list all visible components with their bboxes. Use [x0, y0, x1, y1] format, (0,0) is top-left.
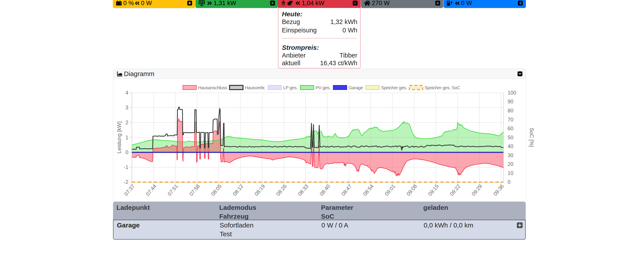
svg-text:0: 0 [125, 150, 128, 155]
svg-text:08:19: 08:19 [253, 183, 266, 197]
svg-text:09:15: 09:15 [427, 183, 440, 197]
svg-text:4: 4 [125, 90, 128, 96]
svg-text:PV ges.: PV ges. [316, 85, 330, 90]
svg-text:08:12: 08:12 [232, 183, 244, 197]
svg-text:08:33: 08:33 [297, 183, 310, 197]
svg-text:30: 30 [508, 152, 513, 158]
svg-text:07:44: 07:44 [145, 183, 158, 197]
svg-text:Speicher ges. SoC: Speicher ges. SoC [424, 85, 460, 90]
svg-text:40: 40 [508, 144, 513, 149]
svg-text:2: 2 [125, 120, 128, 126]
svg-text:07:51: 07:51 [166, 183, 179, 197]
svg-text:08:05: 08:05 [210, 183, 223, 197]
svg-text:-2: -2 [124, 179, 128, 185]
svg-text:0: 0 [508, 179, 510, 185]
svg-text:90: 90 [508, 99, 513, 104]
svg-text:09:08: 09:08 [406, 183, 418, 197]
svg-text:Hausverbr.: Hausverbr. [245, 85, 266, 90]
svg-text:09:36: 09:36 [492, 183, 505, 197]
svg-text:07:58: 07:58 [188, 183, 201, 197]
svg-text:08:40: 08:40 [318, 183, 331, 197]
svg-text:100: 100 [508, 90, 516, 96]
svg-text:Garage: Garage [348, 85, 363, 90]
svg-text:SoC [%]: SoC [%] [529, 128, 535, 147]
svg-text:80: 80 [508, 108, 513, 114]
svg-text:09:01: 09:01 [384, 183, 396, 197]
svg-text:09:29: 09:29 [470, 183, 484, 197]
svg-text:1: 1 [125, 135, 128, 140]
svg-text:08:54: 08:54 [362, 183, 375, 197]
svg-text:3: 3 [125, 105, 128, 110]
svg-text:60: 60 [508, 126, 513, 131]
svg-text:Leistung [kW]: Leistung [kW] [116, 122, 122, 154]
svg-text:08:26: 08:26 [275, 183, 288, 197]
svg-text:09:22: 09:22 [449, 183, 462, 197]
svg-text:Hausanschluss: Hausanschluss [198, 85, 227, 90]
svg-text:70: 70 [508, 117, 513, 122]
svg-text:07:37: 07:37 [123, 183, 136, 197]
svg-text:10: 10 [508, 170, 513, 176]
svg-text:LP ges.: LP ges. [283, 85, 298, 90]
svg-text:Speicher ges.: Speicher ges. [381, 85, 407, 90]
svg-text:50: 50 [508, 135, 513, 140]
svg-text:08:47: 08:47 [340, 183, 353, 197]
svg-text:20: 20 [508, 161, 513, 167]
svg-text:-1: -1 [124, 164, 128, 170]
